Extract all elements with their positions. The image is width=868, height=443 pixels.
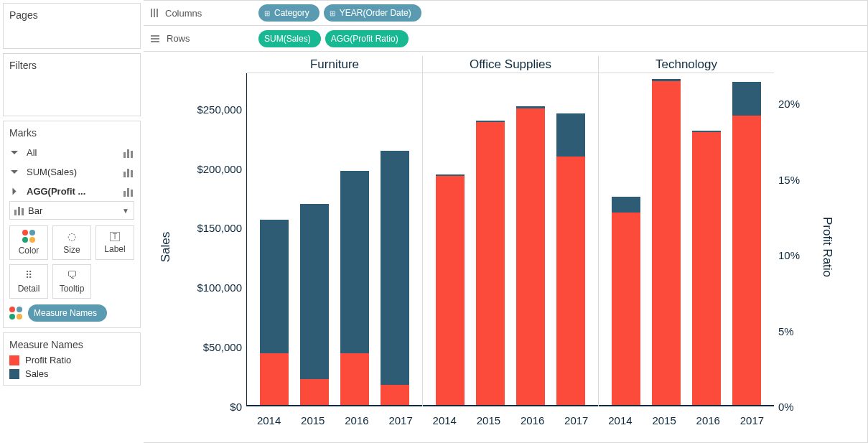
x-tick-label: 2015	[643, 414, 686, 426]
bar-slot	[686, 73, 727, 406]
marks-sumsales-row[interactable]: SUM(Sales)	[9, 162, 134, 182]
bar[interactable]	[260, 220, 288, 406]
bar[interactable]	[340, 171, 368, 406]
bar-segment-sales	[556, 113, 584, 157]
marks-title: Marks	[9, 127, 134, 139]
detail-cell[interactable]: ⠿ Detail	[9, 264, 48, 299]
columns-label: Columns	[165, 8, 202, 19]
bar-icon	[123, 148, 133, 158]
color-cell[interactable]: Color	[9, 225, 48, 260]
bar[interactable]	[436, 174, 464, 406]
detail-icon: ⠿	[25, 269, 32, 281]
pill-agg-profit-ratio[interactable]: AGG(Profit Ratio)	[325, 30, 409, 47]
pill-label: Category	[274, 8, 309, 18]
filters-title: Filters	[9, 60, 134, 71]
bar-slot	[375, 73, 415, 406]
measure-names-pill[interactable]: Measure Names	[28, 304, 107, 322]
bar[interactable]	[556, 113, 584, 406]
bar-segment-profit-ratio	[612, 213, 640, 406]
bar-segment-sales	[260, 220, 288, 353]
plus-icon: ⊞	[264, 9, 270, 17]
chart-panel	[423, 73, 599, 406]
y-left-tick: $50,000	[203, 341, 242, 353]
bar-segment-sales	[300, 204, 328, 379]
label-icon: T	[110, 232, 120, 241]
bar[interactable]	[652, 79, 680, 406]
chevron-up-icon	[13, 188, 17, 195]
chevron-down-icon	[11, 170, 18, 174]
bar-segment-sales	[732, 82, 760, 116]
side-panels: Pages Filters Marks All SUM(Sales)	[0, 0, 144, 443]
bar-slot	[470, 73, 510, 406]
chart-panel	[599, 73, 774, 406]
marks-aggprofit-row[interactable]: AGG(Profit ...	[9, 182, 134, 201]
pages-title: Pages	[9, 9, 134, 21]
bar-segment-profit-ratio	[381, 385, 409, 406]
detail-label: Detail	[18, 284, 40, 294]
mark-type-label: Bar	[28, 205, 42, 216]
y-left-tick: $150,000	[197, 222, 242, 234]
bar-segment-profit-ratio	[436, 176, 464, 406]
bar[interactable]	[612, 197, 640, 406]
bar-slot	[335, 73, 375, 406]
bar[interactable]	[732, 82, 760, 406]
columns-icon	[151, 9, 158, 17]
x-tick-label: 2015	[291, 414, 335, 426]
color-encoding-pill-row: Measure Names	[9, 304, 134, 322]
size-icon: ◌	[67, 230, 76, 242]
bar-slot	[727, 73, 767, 406]
x-tick-label: 2016	[686, 414, 730, 426]
y-right-tick: 0%	[778, 401, 794, 413]
chart-panel	[247, 73, 423, 406]
x-tick-label: 2014	[247, 414, 291, 426]
pill-category[interactable]: ⊞ Category	[258, 4, 319, 22]
y-axis-left-title[interactable]: Sales	[159, 232, 173, 263]
legend-profit-row[interactable]: Profit Ratio	[9, 355, 134, 365]
pill-label: YEAR(Order Date)	[340, 8, 411, 18]
x-tick-label: 2017	[730, 414, 774, 426]
legend-sales-label: Sales	[25, 368, 49, 379]
bar[interactable]	[516, 106, 544, 406]
mark-type-select[interactable]: Bar ▼	[9, 201, 134, 220]
bar-slot	[254, 73, 294, 406]
chart: Sales Profit Ratio FurnitureOffice Suppl…	[146, 56, 860, 438]
size-cell[interactable]: ◌ Size	[52, 225, 91, 260]
columns-shelf[interactable]: Columns ⊞ Category ⊞ YEAR(Order Date)	[144, 0, 868, 26]
filters-shelf[interactable]: Filters	[3, 53, 141, 116]
legend-sales-row[interactable]: Sales	[9, 368, 134, 379]
label-cell[interactable]: T Label	[95, 225, 134, 260]
y-left-tick: $250,000	[197, 103, 242, 115]
y-right-tick: 10%	[778, 249, 800, 261]
pill-sum-sales[interactable]: SUM(Sales)	[258, 30, 321, 47]
rows-label: Rows	[167, 33, 190, 44]
legend-title: Measure Names	[9, 339, 134, 350]
bar-icon	[14, 205, 24, 215]
bar[interactable]	[381, 151, 409, 406]
bar[interactable]	[692, 131, 720, 406]
legend-profit-label: Profit Ratio	[25, 355, 71, 365]
chevron-down-icon	[11, 151, 18, 154]
marks-all-label: All	[27, 147, 37, 158]
tooltip-icon: 🗨	[67, 269, 77, 281]
marks-all-row[interactable]: All	[9, 143, 134, 162]
marks-card: Marks All SUM(Sales) AGG(Profit ...	[3, 121, 141, 328]
bar-slot	[606, 73, 646, 406]
bar-segment-profit-ratio	[340, 353, 368, 406]
category-header[interactable]: Technology	[599, 56, 774, 73]
marks-encoding-row1: Color ◌ Size T Label	[9, 225, 134, 260]
pill-year-orderdate[interactable]: ⊞ YEAR(Order Date)	[324, 4, 421, 22]
pages-shelf[interactable]: Pages	[3, 3, 141, 49]
y-axis-right[interactable]: 0%5%10%15%20%	[774, 73, 826, 406]
category-header[interactable]: Furniture	[247, 56, 423, 73]
bar[interactable]	[300, 204, 328, 406]
rows-shelf[interactable]: Rows SUM(Sales) AGG(Profit Ratio)	[144, 26, 868, 52]
rows-icon	[151, 35, 159, 42]
marks-sumsales-label: SUM(Sales)	[27, 167, 77, 177]
chart-area: Sales Profit Ratio FurnitureOffice Suppl…	[144, 52, 868, 443]
tooltip-cell[interactable]: 🗨 Tooltip	[52, 264, 91, 299]
y-right-tick: 15%	[778, 173, 800, 185]
category-header[interactable]: Office Supplies	[423, 56, 599, 73]
y-axis-left[interactable]: $0$50,000$100,000$150,000$200,000$250,00…	[172, 73, 247, 406]
bar[interactable]	[476, 121, 504, 406]
size-label: Size	[63, 245, 80, 255]
